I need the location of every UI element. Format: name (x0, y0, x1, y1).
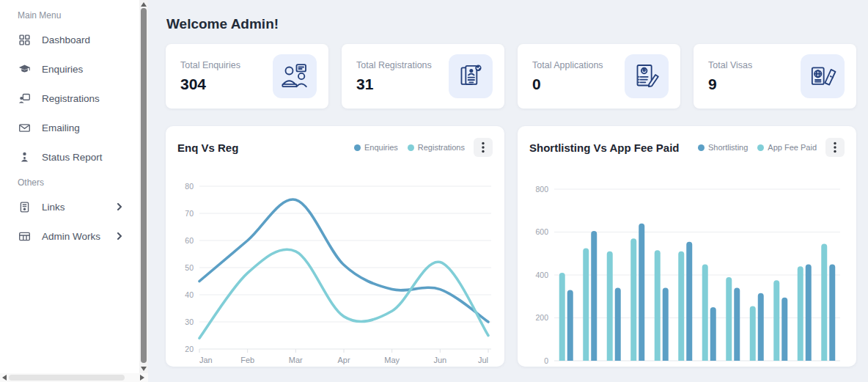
sidebar-item-label: Links (42, 202, 65, 213)
legend-dot (354, 144, 361, 151)
charts-row: Enq Vs Reg Enquiries Registrations (166, 126, 856, 367)
envelope-person-icon (18, 121, 31, 134)
legend-item-shortlisting[interactable]: Shortlisting (698, 143, 748, 152)
svg-text:70: 70 (185, 209, 194, 218)
sidebar-item-label: Admin Works (42, 231, 100, 242)
svg-text:30: 30 (185, 317, 194, 326)
line-chart-card: Enq Vs Reg Enquiries Registrations (166, 126, 504, 367)
stat-card-total-visas: Total Visas 9 (694, 44, 856, 109)
sidebar-section-main-menu: Main Menu (0, 4, 139, 25)
chevron-right-icon (116, 203, 123, 210)
horizontal-scrollbar[interactable] (0, 373, 148, 382)
chart-menu-button[interactable] (825, 138, 845, 157)
sidebar-vertical-scrollbar[interactable] (139, 0, 148, 373)
stat-value: 31 (356, 76, 432, 93)
stat-value: 9 (708, 76, 752, 93)
stat-cards-row: Total Enquiries 304 (166, 44, 856, 109)
chart-menu-button[interactable] (474, 138, 493, 157)
stat-label: Total Registrations (356, 60, 432, 70)
svg-text:Feb: Feb (240, 356, 254, 364)
legend-label: Enquiries (364, 143, 398, 152)
legend-label: App Fee Paid (768, 143, 817, 152)
svg-text:Jun: Jun (433, 356, 446, 364)
svg-text:40: 40 (185, 290, 194, 299)
sidebar-item-label: Dashboard (42, 34, 90, 45)
stat-card-total-enquiries: Total Enquiries 304 (166, 44, 328, 109)
kebab-vertical-dots-icon (482, 142, 485, 153)
sidebar-item-registrations[interactable]: Registrations (0, 84, 139, 113)
stat-label: Total Applications (532, 60, 603, 70)
vertical-scrollbar-thumb[interactable] (141, 8, 147, 363)
sidebar-item-label: Status Report (42, 152, 103, 163)
page-title: Welcome Admin! (166, 16, 856, 32)
sidebar-section-others: Others (0, 172, 139, 192)
person-monitor-icon (18, 92, 31, 105)
sidebar-item-admin-works[interactable]: Admin Works (0, 221, 139, 251)
enq-vs-reg-line-chart: 20304050607080JanFebMarAprMayJunJul (177, 163, 493, 365)
chart-legend: Enquiries Registrations (354, 143, 465, 152)
graduation-cap-icon (18, 62, 31, 76)
stat-label: Total Enquiries (180, 60, 240, 70)
bar-chart-card: Shortlisting Vs App Fee Paid Shortlistin… (518, 126, 856, 367)
legend-item-registrations[interactable]: Registrations (408, 143, 465, 152)
legend-dot (408, 144, 414, 151)
scroll-down-arrow-icon[interactable] (141, 367, 147, 371)
chart-legend: Shortlisting App Fee Paid (698, 143, 817, 152)
file-invoice-icon (18, 200, 31, 213)
svg-text:Jul: Jul (478, 356, 488, 364)
horizontal-scrollbar-thumb[interactable] (9, 375, 125, 381)
svg-text:May: May (384, 356, 400, 364)
dashboard-grid-icon (18, 33, 31, 46)
stat-value: 0 (532, 76, 603, 93)
scroll-left-arrow-icon[interactable] (2, 375, 7, 381)
sidebar-item-links[interactable]: Links (0, 192, 139, 221)
svg-text:800: 800 (535, 185, 548, 194)
svg-text:50: 50 (185, 263, 194, 272)
person-report-icon (18, 150, 31, 164)
svg-text:60: 60 (185, 236, 194, 245)
svg-text:Mar: Mar (289, 356, 303, 364)
svg-text:Apr: Apr (337, 356, 350, 364)
legend-item-enquiries[interactable]: Enquiries (354, 143, 398, 152)
svg-text:0: 0 (544, 356, 548, 365)
document-profile-pencil-icon (625, 54, 669, 98)
sidebar-item-status-report[interactable]: Status Report (0, 142, 139, 172)
legend-item-app-fee-paid[interactable]: App Fee Paid (757, 143, 817, 152)
svg-text:600: 600 (535, 227, 548, 236)
legend-dot (698, 144, 705, 151)
sidebar-item-enquiries[interactable]: Enquiries (0, 54, 139, 84)
stat-value: 304 (180, 76, 240, 93)
dashboard-app: Main Menu Dashboard Enquiries (0, 0, 868, 382)
sidebar-item-label: Registrations (42, 93, 100, 104)
svg-text:Jan: Jan (199, 356, 213, 364)
sidebar-item-dashboard[interactable]: Dashboard (0, 25, 139, 54)
passport-ticket-icon (801, 54, 845, 98)
stat-card-total-applications: Total Applications 0 (518, 44, 680, 109)
svg-text:80: 80 (185, 182, 194, 191)
main-content: Welcome Admin! Total Enquiries 304 (148, 0, 868, 382)
scroll-up-arrow-icon[interactable] (141, 2, 147, 7)
stat-label: Total Visas (708, 60, 752, 70)
sidebar-item-emailing[interactable]: Emailing (0, 113, 139, 142)
shortlisting-vs-app-fee-bar-chart: 8006004002000 (529, 163, 845, 365)
sidebar-item-label: Enquiries (42, 64, 83, 75)
people-consultation-icon (273, 54, 317, 98)
document-person-check-icon (449, 54, 493, 98)
kebab-vertical-dots-icon (834, 142, 836, 153)
legend-label: Registrations (418, 143, 465, 152)
svg-text:20: 20 (185, 345, 194, 353)
chart-title: Enq Vs Reg (177, 142, 238, 154)
sidebar: Main Menu Dashboard Enquiries (0, 0, 139, 373)
chevron-right-icon (116, 232, 123, 240)
sidebar-item-label: Emailing (42, 122, 80, 133)
legend-dot (757, 144, 764, 151)
svg-text:200: 200 (535, 313, 548, 322)
legend-label: Shortlisting (708, 143, 748, 152)
table-grid-icon (18, 229, 31, 243)
chart-title: Shortlisting Vs App Fee Paid (529, 142, 679, 154)
svg-text:400: 400 (535, 271, 548, 279)
stat-card-total-registrations: Total Registrations 31 (342, 44, 504, 109)
scroll-right-arrow-icon[interactable] (140, 375, 144, 381)
